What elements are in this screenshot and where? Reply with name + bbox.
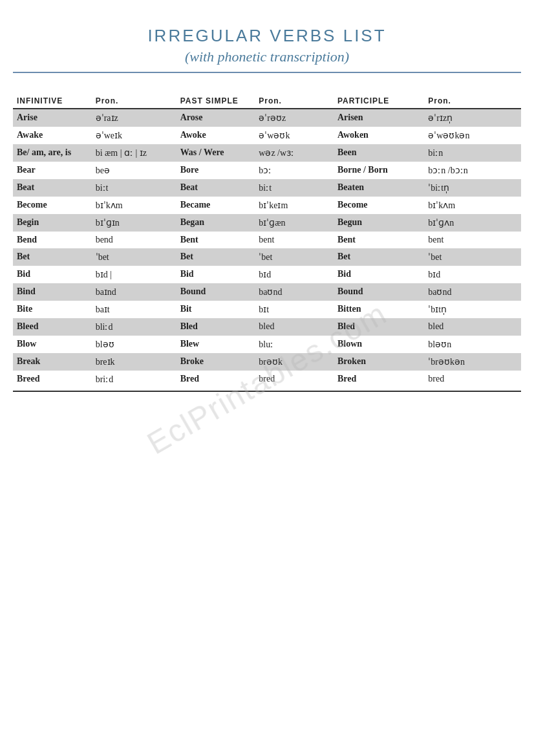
cell-participle: Been [334,144,424,162]
cell-pron2: brəʊk [255,353,334,371]
table-row: Become bɪˈkʌm Became bɪˈkeɪm Become bɪˈk… [13,197,521,214]
cell-participle: Bled [334,318,424,336]
cell-participle: Bound [334,283,424,301]
cell-past: Bled [176,318,255,336]
cell-past: Bound [176,283,255,301]
cell-pron1: breɪk [92,353,176,371]
header-pron1: Pron. [92,92,176,109]
cell-pron2: bent [255,232,334,248]
cell-pron1: ˈbet [92,248,176,266]
title-section: IRREGULAR VERBS LIST (with phonetic tran… [13,26,521,73]
cell-participle: Blown [334,336,424,353]
cell-pron3: biːn [424,144,521,162]
cell-infinitive: Be/ am, are, is [13,144,92,162]
table-row: Awake əˈweɪk Awoke əˈwəʊk Awoken əˈwəʊkə… [13,127,521,144]
cell-infinitive: Begin [13,214,92,232]
cell-pron2: əˈwəʊk [255,127,334,144]
cell-pron3: bent [424,232,521,248]
cell-pron2: bɪˈɡæn [255,214,334,232]
cell-pron3: bred [424,371,521,388]
cell-past: Bore [176,162,255,179]
cell-past: Was / Were [176,144,255,162]
verbs-table: INFINITIVE Pron. PAST SIMPLE Pron. PARTI… [13,92,521,388]
cell-pron1: bləʊ [92,336,176,353]
cell-participle: Bent [334,232,424,248]
cell-pron3: baʊnd [424,283,521,301]
cell-infinitive: Bleed [13,318,92,336]
cell-infinitive: Become [13,197,92,214]
title-sub: (with phonetic transcription) [13,49,521,65]
cell-pron1: bɪˈkʌm [92,197,176,214]
cell-pron3: əˈwəʊkən [424,127,521,144]
table-row: Arise əˈraɪz Arose əˈrəʊz Arisen əˈrɪzn̩ [13,109,521,127]
cell-pron2: əˈrəʊz [255,109,334,127]
cell-pron3: ˈbrəʊkən [424,353,521,371]
cell-past: Bid [176,266,255,283]
cell-pron1: beə [92,162,176,179]
header-infinitive: INFINITIVE [13,92,92,109]
cell-participle: Bid [334,266,424,283]
cell-past: Bet [176,248,255,266]
cell-pron2: bɪd [255,266,334,283]
cell-infinitive: Arise [13,109,92,127]
cell-participle: Bitten [334,301,424,318]
table-row: Breed briːd Bred bred Bred bred [13,371,521,388]
cell-pron2: bɪt [255,301,334,318]
cell-infinitive: Bet [13,248,92,266]
cell-infinitive: Beat [13,179,92,197]
cell-participle: Become [334,197,424,214]
cell-past: Bit [176,301,255,318]
cell-past: Broke [176,353,255,371]
table-row: Bend bend Bent bent Bent bent [13,232,521,248]
bottom-border [13,391,521,392]
cell-pron1: bɪd | [92,266,176,283]
cell-past: Bred [176,371,255,388]
cell-pron3: ˈbet [424,248,521,266]
cell-pron3: ˈbiːtn̩ [424,179,521,197]
table-row: Bleed bliːd Bled bled Bled bled [13,318,521,336]
header-pron3: Pron. [424,92,521,109]
cell-pron2: bɔː [255,162,334,179]
cell-pron3: bɪd [424,266,521,283]
title-main: IRREGULAR VERBS LIST [13,26,521,46]
cell-pron3: bɪˈkʌm [424,197,521,214]
header-participle: PARTICIPLE [334,92,424,109]
cell-pron1: biːt [92,179,176,197]
cell-pron3: əˈrɪzn̩ [424,109,521,127]
cell-pron2: bluː [255,336,334,353]
cell-pron1: əˈweɪk [92,127,176,144]
cell-pron1: briːd [92,371,176,388]
cell-participle: Bred [334,371,424,388]
cell-pron1: bɪˈɡɪn [92,214,176,232]
header-past: PAST SIMPLE [176,92,255,109]
cell-past: Began [176,214,255,232]
table-row: Blow bləʊ Blew bluː Blown bləʊn [13,336,521,353]
page: IRREGULAR VERBS LIST (with phonetic tran… [13,26,521,392]
table-row: Bear beə Bore bɔː Borne / Born bɔːn /bɔː… [13,162,521,179]
table-row: Beat biːt Beat biːt Beaten ˈbiːtn̩ [13,179,521,197]
cell-infinitive: Bear [13,162,92,179]
cell-participle: Arisen [334,109,424,127]
cell-participle: Beaten [334,179,424,197]
cell-infinitive: Blow [13,336,92,353]
cell-past: Beat [176,179,255,197]
table-row: Begin bɪˈɡɪn Began bɪˈɡæn Begun bɪˈɡʌn [13,214,521,232]
cell-participle: Awoken [334,127,424,144]
cell-pron3: bled [424,318,521,336]
table-row: Be/ am, are, is bi æm | ɑː | ɪz Was / We… [13,144,521,162]
table-row: Bind baɪnd Bound baʊnd Bound baʊnd [13,283,521,301]
cell-participle: Begun [334,214,424,232]
header-pron2: Pron. [255,92,334,109]
table-header-row: INFINITIVE Pron. PAST SIMPLE Pron. PARTI… [13,92,521,109]
cell-pron2: bled [255,318,334,336]
cell-pron2: bɪˈkeɪm [255,197,334,214]
table-row: Bid bɪd | Bid bɪd Bid bɪd [13,266,521,283]
cell-pron3: bləʊn [424,336,521,353]
cell-participle: Broken [334,353,424,371]
cell-past: Awoke [176,127,255,144]
cell-pron2: baʊnd [255,283,334,301]
cell-infinitive: Breed [13,371,92,388]
cell-past: Became [176,197,255,214]
cell-pron2: wəz /wɜː [255,144,334,162]
cell-pron2: ˈbet [255,248,334,266]
